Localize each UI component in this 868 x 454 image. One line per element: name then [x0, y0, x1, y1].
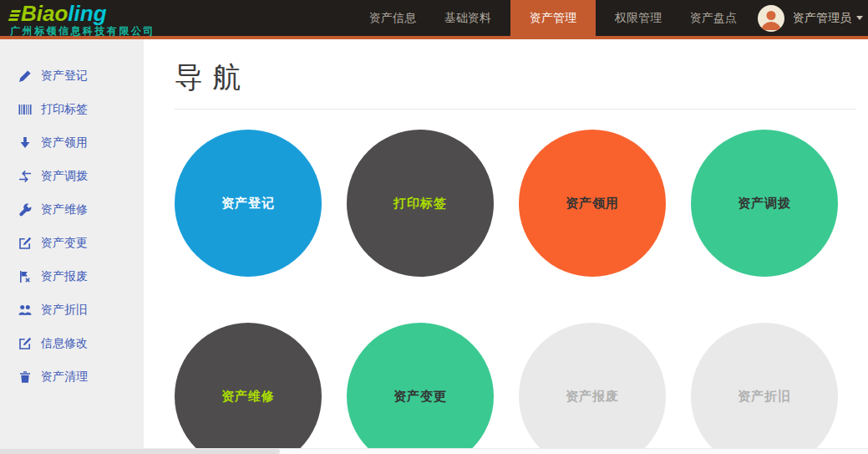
top-header: Biaoling 广州标领信息科技有限公司 资产信息 基础资料 资产管理 权限管… — [0, 0, 868, 39]
flag-x-icon — [18, 270, 32, 283]
circle-row: 资产登记 打印标签 资产领用 资产调拨 — [175, 130, 868, 277]
sidebar-item-label: 资产调拨 — [41, 169, 88, 184]
circle-asset-transfer[interactable]: 资产调拨 — [691, 130, 838, 277]
circle-asset-change[interactable]: 资产变更 — [347, 323, 494, 454]
circle-asset-depreciation[interactable]: 资产折旧 — [691, 323, 838, 454]
sidebar: 资产登记 打印标签 资产领用 资产调拨 资产维修 资产变更 — [0, 39, 144, 448]
tab-asset-management[interactable]: 资产管理 — [510, 0, 596, 36]
brand-part-green: Biao — [21, 1, 68, 26]
sidebar-item-asset-receive[interactable]: 资产领用 — [0, 126, 144, 160]
sidebar-item-asset-register[interactable]: 资产登记 — [0, 59, 144, 93]
sidebar-item-print-label[interactable]: 打印标签 — [0, 93, 144, 126]
logo-stripes-icon — [8, 10, 21, 21]
brand-part-cyan: ling — [68, 1, 106, 26]
sidebar-item-asset-scrap[interactable]: 资产报废 — [0, 260, 144, 293]
company-logo: Biaoling 广州标领信息科技有限公司 — [10, 3, 155, 36]
tab-asset-info[interactable]: 资产信息 — [355, 0, 430, 36]
circle-asset-scrap[interactable]: 资产报废 — [519, 323, 666, 454]
circle-print-label[interactable]: 打印标签 — [347, 130, 494, 277]
sidebar-item-label: 资产领用 — [41, 135, 88, 150]
chevron-down-icon — [856, 16, 863, 20]
circle-asset-register[interactable]: 资产登记 — [175, 130, 322, 277]
sidebar-item-label: 资产报废 — [41, 269, 88, 284]
sidebar-menu: 资产登记 打印标签 资产领用 资产调拨 资产维修 资产变更 — [0, 39, 144, 394]
sidebar-item-asset-transfer[interactable]: 资产调拨 — [0, 160, 144, 193]
sidebar-item-label: 资产维修 — [41, 202, 88, 217]
tab-base-data[interactable]: 基础资料 — [430, 0, 505, 36]
horizontal-scrollbar — [0, 448, 868, 454]
company-name: 广州标领信息科技有限公司 — [10, 26, 155, 36]
circle-asset-receive[interactable]: 资产领用 — [519, 130, 666, 277]
user-avatar-icon[interactable] — [758, 5, 784, 32]
circle-row: 资产维修 资产变更 资产报废 资产折旧 — [175, 323, 868, 454]
tab-asset-inventory[interactable]: 资产盘点 — [676, 0, 751, 36]
sidebar-item-label: 打印标签 — [41, 102, 88, 117]
user-menu[interactable]: 资产管理员 — [758, 0, 863, 36]
main-content: 导 航 资产登记 打印标签 资产领用 资产调拨 资产维修 资产变更 资产报废 资… — [144, 39, 868, 454]
scrollbar-thumb[interactable] — [0, 449, 280, 454]
edit-square-icon — [18, 237, 32, 250]
sidebar-item-label: 资产登记 — [41, 69, 88, 84]
circle-asset-repair[interactable]: 资产维修 — [175, 323, 322, 454]
edit-square-icon — [18, 337, 32, 350]
trash-icon — [18, 370, 32, 384]
sidebar-item-asset-change[interactable]: 资产变更 — [0, 227, 144, 260]
arrow-down-icon — [18, 136, 32, 150]
sidebar-item-asset-cleanup[interactable]: 资产清理 — [0, 360, 144, 394]
top-navigation: 资产信息 基础资料 资产管理 权限管理 资产盘点 资产管理员 — [355, 0, 863, 36]
sidebar-item-label: 资产折旧 — [41, 303, 88, 318]
transfer-arrows-icon — [18, 170, 32, 183]
sidebar-item-asset-depreciation[interactable]: 资产折旧 — [0, 293, 144, 327]
title-divider — [175, 109, 856, 110]
wrench-icon — [18, 203, 32, 217]
sidebar-item-label: 资产清理 — [41, 370, 88, 385]
sidebar-item-info-modify[interactable]: 信息修改 — [0, 327, 144, 360]
users-icon — [18, 304, 32, 317]
sidebar-item-label: 信息修改 — [41, 336, 88, 351]
sidebar-item-label: 资产变更 — [41, 236, 88, 251]
user-name-label: 资产管理员 — [793, 11, 851, 26]
pencil-icon — [18, 69, 32, 83]
barcode-icon — [18, 103, 32, 116]
tab-permission-management[interactable]: 权限管理 — [601, 0, 676, 36]
page-title: 导 航 — [175, 59, 868, 97]
navigation-circles: 资产登记 打印标签 资产领用 资产调拨 资产维修 资产变更 资产报废 资产折旧 — [175, 130, 868, 454]
sidebar-item-asset-repair[interactable]: 资产维修 — [0, 193, 144, 227]
brand-wordmark: Biaoling — [10, 3, 155, 24]
user-name[interactable]: 资产管理员 — [793, 11, 863, 26]
